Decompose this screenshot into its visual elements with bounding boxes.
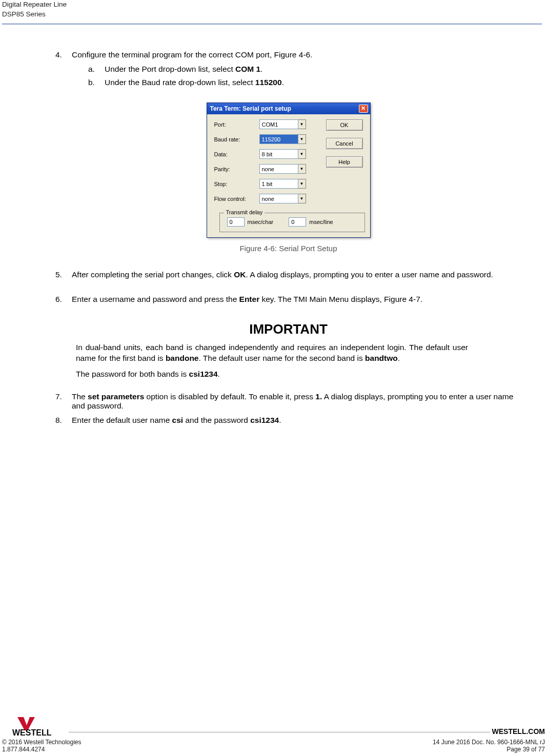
footer-phone: 1.877.844.4274: [2, 746, 45, 753]
step5-text: After completing the serial port changes…: [72, 270, 521, 279]
step7-bold1: set parameters: [88, 392, 144, 401]
dialog-title: Tera Term: Serial port setup: [210, 105, 291, 112]
flow-select[interactable]: none: [259, 194, 298, 203]
baud-label: Baud rate:: [214, 136, 259, 142]
cancel-button[interactable]: Cancel: [326, 138, 363, 149]
close-icon[interactable]: ✕: [359, 105, 368, 113]
step4-text: Configure the terminal program for the c…: [72, 50, 521, 59]
port-label: Port:: [214, 121, 259, 128]
important-p1b: . The default user name for the second b…: [198, 354, 365, 362]
important-p2a: The password for both bands is: [76, 370, 189, 378]
chevron-down-icon[interactable]: ▼: [298, 149, 306, 159]
dialog-titlebar: Tera Term: Serial port setup ✕: [207, 103, 370, 114]
step7-text: The set parameters option is disabled by…: [72, 392, 521, 411]
chevron-down-icon[interactable]: ▼: [298, 134, 306, 144]
step8-bold2: csi1234: [250, 416, 279, 424]
step8-number: 8.: [55, 416, 72, 425]
footer-page: Page 39 of 77: [507, 746, 545, 753]
step7-mid: option is disabled by default. To enable…: [144, 392, 315, 401]
flow-label: Flow control:: [214, 196, 259, 202]
footer-rule: [69, 732, 490, 732]
important-p1: In dual-band units, each band is changed…: [76, 342, 468, 364]
parity-select[interactable]: none: [259, 164, 298, 174]
help-button[interactable]: Help: [326, 156, 363, 168]
step4b-text: Under the Baud rate drop-down list, sele…: [105, 78, 521, 87]
header-line2: DSP85 Series: [2, 10, 542, 19]
transmit-legend: Transmit delay: [224, 209, 265, 215]
step6-post: key. The TMI Main Menu displays, Figure …: [259, 295, 422, 303]
parity-label: Parity:: [214, 166, 259, 172]
step4b-pre: Under the Baud rate drop-down list, sele…: [105, 78, 255, 87]
footer-copyright: © 2016 Westell Technologies: [2, 739, 82, 746]
data-select[interactable]: 8 bit: [259, 149, 298, 159]
step4b-number: b.: [88, 78, 105, 87]
baud-select[interactable]: 115200: [259, 134, 298, 144]
footer-docline: 14 June 2016 Doc. No. 960-1666-MNL rJ: [433, 739, 545, 746]
step4a-bold: COM 1: [235, 65, 260, 73]
step8-text: Enter the default user name csi and the …: [72, 416, 521, 425]
step7-number: 7.: [55, 392, 72, 411]
step5-bold: OK: [234, 270, 246, 279]
step4b-bold: 115200: [255, 78, 282, 87]
stop-select[interactable]: 1 bit: [259, 179, 298, 189]
header-line1: Digital Repeater Line: [2, 0, 542, 10]
step4a-pre: Under the Port drop-down list, select: [105, 65, 235, 73]
westell-logo: WESTELL: [12, 716, 69, 737]
step6-pre: Enter a username and password and press …: [72, 295, 239, 303]
chevron-down-icon[interactable]: ▼: [298, 194, 306, 203]
step4a-text: Under the Port drop-down list, select CO…: [105, 65, 521, 74]
svg-text:WESTELL: WESTELL: [12, 728, 52, 737]
step4-number: 4.: [55, 50, 72, 59]
step5-pre: After completing the serial port changes…: [72, 270, 234, 279]
step4b-post: .: [282, 78, 284, 87]
msec-char-input[interactable]: 0: [227, 217, 245, 227]
header-rule: [2, 24, 542, 25]
serial-port-dialog: Tera Term: Serial port setup ✕ Port: COM…: [207, 103, 371, 238]
important-p2c: .: [218, 370, 220, 378]
important-bandtwo: bandtwo: [365, 354, 398, 362]
step5-post: . A dialog displays, prompting you to en…: [246, 270, 493, 279]
transmit-delay-group: Transmit delay 0 msec/char 0 msec/line: [219, 213, 365, 232]
step6-text: Enter a username and password and press …: [72, 295, 521, 304]
ok-button[interactable]: OK: [326, 119, 363, 131]
stop-label: Stop:: [214, 181, 259, 187]
step7-pre: The: [72, 392, 88, 401]
chevron-down-icon[interactable]: ▼: [298, 164, 306, 174]
footer-brand: WESTELL.COM: [492, 727, 545, 735]
chevron-down-icon[interactable]: ▼: [298, 179, 306, 189]
important-p1c: .: [398, 354, 400, 362]
data-label: Data:: [214, 151, 259, 157]
important-heading: IMPORTANT: [55, 321, 521, 337]
msec-line-unit: msec/line: [309, 219, 333, 225]
msec-char-unit: msec/char: [248, 219, 274, 225]
chevron-down-icon[interactable]: ▼: [298, 119, 306, 129]
port-select[interactable]: COM1: [259, 119, 298, 129]
step6-number: 6.: [55, 295, 72, 304]
step4a-number: a.: [88, 65, 105, 74]
step6-bold: Enter: [239, 295, 260, 303]
step8-post: .: [279, 416, 281, 424]
step4a-post: .: [260, 65, 262, 73]
step8-bold1: csi: [172, 416, 184, 424]
msec-line-input[interactable]: 0: [289, 217, 306, 227]
step5-number: 5.: [55, 270, 72, 279]
important-password: csi1234: [189, 370, 218, 378]
important-p2: The password for both bands is csi1234.: [76, 369, 468, 380]
step8-mid: and the password: [183, 416, 250, 424]
figure-caption: Figure 4-6: Serial Port Setup: [55, 244, 521, 253]
important-bandone: bandone: [166, 354, 199, 362]
step8-pre: Enter the default user name: [72, 416, 172, 424]
step7-bold2: 1.: [315, 392, 322, 401]
